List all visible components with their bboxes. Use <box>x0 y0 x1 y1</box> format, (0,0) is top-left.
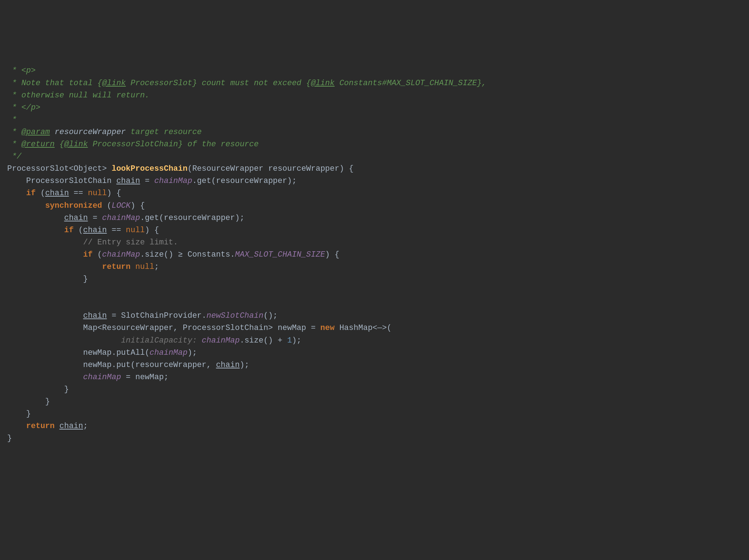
line-20: chain = SlotChainProvider.newSlotChain()… <box>7 311 278 320</box>
line-6: * @param resourceWrapper target resource <box>7 128 202 137</box>
line-16: if (chainMap.size() ≥ Constants.MAX_SLOT… <box>7 250 339 259</box>
line-12: synchronized (LOCK) { <box>7 201 145 210</box>
line-7: * @return {@link ProcessorSlotChain} of … <box>7 140 259 149</box>
line-17: return null; <box>7 262 159 271</box>
line-11: if (chain == null) { <box>7 189 121 198</box>
line-21: Map<ResourceWrapper, ProcessorSlotChain>… <box>7 323 391 332</box>
line-1: * <p> <box>7 66 36 75</box>
line-4: * </p> <box>7 103 40 112</box>
line-3: * otherwise null will return. <box>7 91 150 100</box>
line-27: } <box>7 397 50 406</box>
line-26: } <box>7 385 69 394</box>
code-editor: * <p> * Note that total {@link Processor… <box>7 52 742 445</box>
line-10: ProcessorSlotChain chain = chainMap.get(… <box>7 176 297 185</box>
line-13: chain = chainMap.get(resourceWrapper); <box>7 214 244 222</box>
line-9: ProcessorSlot<Object> lookProcessChain(R… <box>7 164 354 173</box>
line-5: * <box>7 115 17 124</box>
line-22: initialCapacity: chainMap.size() + 1); <box>7 336 302 345</box>
line-18: } <box>7 275 88 284</box>
line-23: newMap.putAll(chainMap); <box>7 348 197 357</box>
line-15: // Entry size limit. <box>7 238 178 247</box>
line-8: */ <box>7 152 22 161</box>
line-2: * Note that total {@link ProcessorSlot} … <box>7 79 486 88</box>
line-28: } <box>7 409 31 418</box>
line-30: } <box>7 434 12 443</box>
line-14: if (chain == null) { <box>7 226 159 235</box>
line-29: return chain; <box>7 422 88 431</box>
line-25: chainMap = newMap; <box>7 373 169 382</box>
line-24: newMap.put(resourceWrapper, chain); <box>7 361 249 369</box>
